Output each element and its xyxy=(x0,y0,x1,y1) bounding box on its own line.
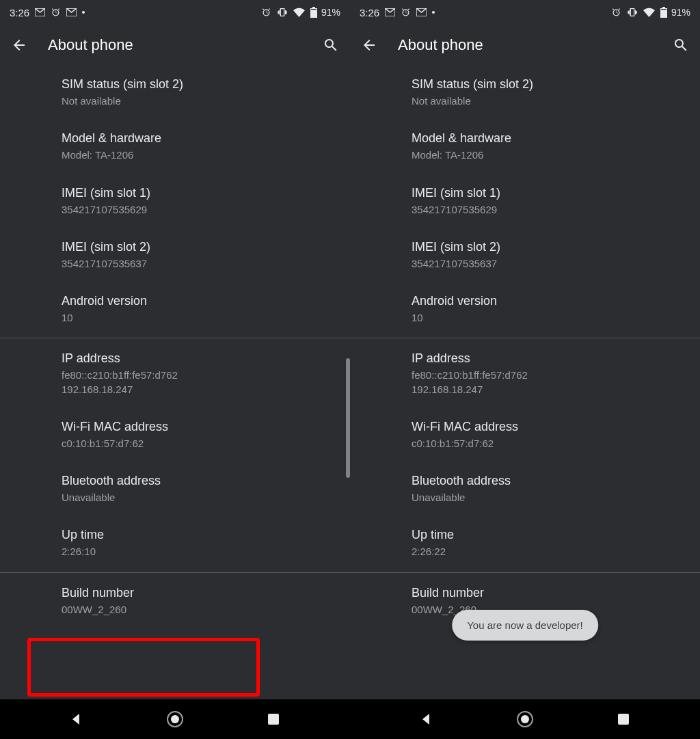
imei-slot2-item[interactable]: IMEI (sim slot 2) 354217107535637 xyxy=(350,228,700,282)
app-bar: About phone xyxy=(0,25,350,66)
search-icon xyxy=(323,37,339,53)
imei-slot2-item[interactable]: IMEI (sim slot 2) 354217107535637 xyxy=(0,228,350,282)
battery-icon xyxy=(310,7,317,18)
wifi-icon xyxy=(293,8,305,17)
wifi-mac-item[interactable]: Wi-Fi MAC address c0:10:b1:57:d7:62 xyxy=(350,408,700,462)
settings-scroll[interactable]: SIM status (sim slot 2) Not available Mo… xyxy=(0,66,350,699)
bluetooth-address-item[interactable]: Bluetooth address Unavailable xyxy=(0,462,350,516)
gmail-icon xyxy=(35,8,45,16)
vibrate-icon xyxy=(627,7,638,18)
imei-slot1-item[interactable]: IMEI (sim slot 1) 354217107535629 xyxy=(0,174,350,228)
page-title: About phone xyxy=(48,36,302,54)
arrow-back-icon xyxy=(11,37,27,53)
sim-status-slot2-item[interactable]: SIM status (sim slot 2) Not available xyxy=(0,66,350,120)
triangle-back-icon xyxy=(70,712,83,726)
developer-toast: You are now a developer! xyxy=(452,610,598,641)
svg-rect-0 xyxy=(311,9,317,10)
phone-right: 3:26 91% About phone SIM status (sim slo… xyxy=(350,0,700,739)
svg-point-2 xyxy=(171,715,179,723)
square-recent-icon xyxy=(267,713,280,725)
nav-back-button[interactable] xyxy=(416,709,437,729)
nav-home-button[interactable] xyxy=(515,709,535,729)
nav-back-button[interactable] xyxy=(66,709,87,729)
back-button[interactable] xyxy=(360,36,379,55)
triangle-back-icon xyxy=(420,712,433,726)
search-button[interactable] xyxy=(321,36,340,55)
search-button[interactable] xyxy=(671,36,690,55)
imei-slot1-item[interactable]: IMEI (sim slot 1) 354217107535629 xyxy=(350,174,700,228)
battery-percent: 91% xyxy=(321,7,340,18)
svg-point-6 xyxy=(521,715,529,723)
model-hardware-item[interactable]: Model & hardware Model: TA-1206 xyxy=(350,120,700,174)
navigation-bar xyxy=(0,699,350,739)
status-time: 3:26 xyxy=(360,7,379,18)
uptime-item[interactable]: Up time 2:26:22 xyxy=(350,516,700,570)
android-version-item[interactable]: Android version 10 xyxy=(0,282,350,336)
ip-address-item[interactable]: IP address fe80::c210:b1ff:fe57:d762 192… xyxy=(350,340,700,408)
ip-address-item[interactable]: IP address fe80::c210:b1ff:fe57:d762 192… xyxy=(0,340,350,408)
divider xyxy=(350,572,700,573)
gmail-icon xyxy=(385,8,395,16)
back-button[interactable] xyxy=(10,36,29,55)
build-number-item[interactable]: Build number 00WW_2_260 xyxy=(0,574,350,628)
android-version-item[interactable]: Android version 10 xyxy=(350,282,700,336)
alarm-icon xyxy=(401,8,411,18)
square-recent-icon xyxy=(617,713,630,725)
nav-home-button[interactable] xyxy=(165,709,185,729)
more-notifications-icon xyxy=(82,11,85,14)
divider xyxy=(350,338,700,338)
circle-home-icon xyxy=(166,710,184,728)
gmail-icon xyxy=(66,8,77,16)
gmail-icon xyxy=(416,8,427,16)
status-bar: 3:26 91% xyxy=(0,0,350,25)
arrow-back-icon xyxy=(361,37,377,53)
alarm-icon xyxy=(51,8,61,18)
svg-rect-4 xyxy=(661,9,667,10)
alarm-icon xyxy=(261,8,271,18)
alarm-icon xyxy=(611,8,621,18)
battery-icon xyxy=(660,7,667,18)
sim-status-slot2-item[interactable]: SIM status (sim slot 2) Not available xyxy=(350,66,700,120)
navigation-bar xyxy=(350,699,700,739)
uptime-item[interactable]: Up time 2:26:10 xyxy=(0,516,350,570)
highlight-annotation xyxy=(27,638,260,697)
circle-home-icon xyxy=(516,710,534,728)
wifi-icon xyxy=(643,8,655,17)
search-icon xyxy=(673,37,689,53)
status-bar: 3:26 91% xyxy=(350,0,700,25)
app-bar: About phone xyxy=(350,25,700,66)
battery-percent: 91% xyxy=(671,7,690,18)
more-notifications-icon xyxy=(432,11,435,14)
svg-rect-7 xyxy=(618,714,629,725)
model-hardware-item[interactable]: Model & hardware Model: TA-1206 xyxy=(0,120,350,174)
nav-recent-button[interactable] xyxy=(613,709,634,729)
wifi-mac-item[interactable]: Wi-Fi MAC address c0:10:b1:57:d7:62 xyxy=(0,408,350,462)
vibrate-icon xyxy=(277,7,288,18)
page-title: About phone xyxy=(398,36,652,54)
bluetooth-address-item[interactable]: Bluetooth address Unavailable xyxy=(350,462,700,516)
settings-scroll[interactable]: SIM status (sim slot 2) Not available Mo… xyxy=(350,66,700,699)
divider xyxy=(0,338,350,338)
svg-rect-3 xyxy=(268,714,279,725)
status-time: 3:26 xyxy=(10,7,29,18)
divider xyxy=(0,572,350,573)
nav-recent-button[interactable] xyxy=(263,709,284,729)
phone-left: 3:26 91% About phone SIM status (sim slo… xyxy=(0,0,350,739)
